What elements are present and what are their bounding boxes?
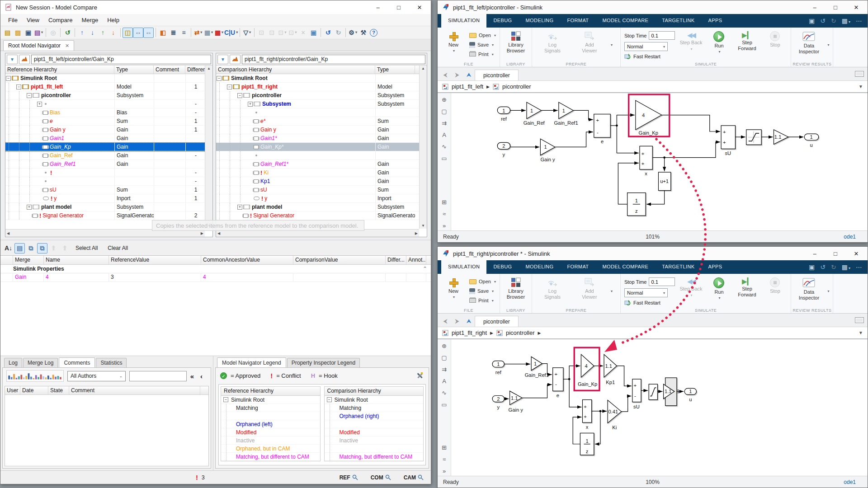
library-browser-button[interactable]: LibraryBrowser <box>504 276 528 300</box>
menu-merge[interactable]: Merge <box>77 16 102 24</box>
tree-row-spacer[interactable]: +- <box>5 100 212 108</box>
quick-redo-icon[interactable]: ↻ <box>831 263 836 271</box>
col-type[interactable]: Type <box>375 66 415 74</box>
print-button[interactable]: Print▾ <box>469 296 496 305</box>
show-all-icon[interactable]: ⧉ <box>26 243 36 253</box>
review-gallery-icon[interactable]: ▾ <box>827 289 829 293</box>
merge-all-right-icon[interactable]: ⊡▾ <box>288 28 298 38</box>
tree-row-spacer[interactable]: !- <box>5 169 212 177</box>
sim-top-titlebar[interactable]: pipt1_flt_left/picontroller - Simulink –… <box>438 0 868 14</box>
step-back-button[interactable]: ◀◀Step Back ▾ <box>679 29 703 52</box>
ribbon-tab-modeling[interactable]: MODELING <box>519 260 561 274</box>
area-tool-icon[interactable]: ▭ <box>441 155 447 161</box>
gain-kp-block[interactable] <box>636 100 662 130</box>
sample-time-tool-icon[interactable]: ⊞ <box>442 445 447 450</box>
signal-table-tool-icon[interactable]: ≈ <box>443 211 446 217</box>
accept-merge-icon[interactable]: ▣ <box>308 28 319 38</box>
tree-expander-icon[interactable]: − <box>27 93 32 98</box>
ribbon-tab-apps[interactable]: APPS <box>702 260 729 274</box>
breadcrumb-dropdown-icon[interactable]: ▼ <box>859 84 863 89</box>
tree-row-gain_kp-[interactable]: Gain_Kp*Gain <box>216 143 427 151</box>
annotation-tool-icon[interactable]: A <box>442 132 446 138</box>
report-tools-icon[interactable]: ⚒ <box>358 28 368 38</box>
quick-redo-icon[interactable]: ↻ <box>831 17 836 24</box>
tree-row-gain_kp[interactable]: Gain_KpGain <box>5 143 212 151</box>
sample-time-tool-icon[interactable]: ⊞ <box>442 199 447 205</box>
cam-highlight-button[interactable]: CAM <box>404 474 424 481</box>
collapse-group-icon[interactable]: ⌃ <box>423 266 427 272</box>
sim-top-doc-tab[interactable]: picontroller <box>475 70 519 80</box>
minimize-button[interactable]: – <box>368 0 388 14</box>
breadcrumb-subsystem[interactable]: picontroller <box>506 329 535 336</box>
back-icon[interactable]: ⮜ <box>439 316 451 327</box>
run-button[interactable]: Run▾ <box>707 29 731 54</box>
find-icon[interactable]: ◎ <box>48 28 58 38</box>
zoom-in-tool-icon[interactable]: ⊕ <box>442 343 447 349</box>
simulation-mode-select[interactable]: Normal▾ <box>624 42 668 51</box>
tree-row-signal-generator[interactable]: !Signal GeneratorSignalGenerator <box>216 211 427 220</box>
comment-timeline-widget[interactable] <box>6 370 64 382</box>
tree-row-spacer[interactable]: - <box>5 177 212 186</box>
log-signals-button[interactable]: LogSignals <box>536 276 569 300</box>
open-session-icon[interactable]: ▨ <box>13 28 23 38</box>
new-comparison-icon[interactable]: ▤ <box>2 28 13 38</box>
comp-tree-header[interactable]: Comparison HierarchyType <box>216 66 427 74</box>
discard-merge-icon[interactable]: × <box>298 28 308 38</box>
tree-expander-icon[interactable]: + <box>37 102 42 107</box>
merge-up-icon[interactable]: ⬆ <box>48 243 59 253</box>
expand-palette-icon[interactable]: » <box>443 468 446 474</box>
redo-icon[interactable]: ↻ <box>333 28 344 38</box>
ref-vertical-scrollbar[interactable]: ▲▼ <box>205 66 212 229</box>
ref-tree-header[interactable]: Reference HierarchyTypeCommentDifference… <box>5 66 212 74</box>
comp-path-field[interactable]: pipt1_flt_right/picontroller/Gain_Kp <box>242 55 425 64</box>
publish-report-icon[interactable]: ▤▾ <box>33 28 44 38</box>
filter-changes-icon[interactable]: ⇄▾ <box>193 28 203 38</box>
col-name[interactable]: Name <box>44 256 109 264</box>
merge-down-icon[interactable]: ⬆ <box>60 243 70 253</box>
ribbon-tab-targetlink[interactable]: TARGETLINK <box>655 14 701 28</box>
tree-expander-icon[interactable]: + <box>27 205 32 210</box>
fast-restart-toggle[interactable]: Fast Restart <box>624 300 675 305</box>
tree-row-gain1-[interactable]: Gain1*Gain <box>216 134 427 143</box>
tree-row-spacer[interactable] <box>216 151 427 160</box>
quick-more-icon[interactable]: ⋯ <box>856 17 862 24</box>
ribbon-tab-apps[interactable]: APPS <box>702 14 729 28</box>
mc-titlebar[interactable]: New Session - Model Compare – □ ✕ <box>0 0 431 14</box>
gain-y-block[interactable] <box>540 139 555 155</box>
help-icon[interactable]: ? <box>370 29 377 37</box>
menu-compare[interactable]: Compare <box>44 16 76 24</box>
library-browser-button[interactable]: LibraryBrowser <box>504 29 528 53</box>
col-hierarchy[interactable]: Reference Hierarchy <box>5 66 114 74</box>
group-properties-icon[interactable]: ▤ <box>14 243 25 253</box>
col-comment[interactable]: Comment <box>69 386 200 394</box>
ribbon-tab-modeling[interactable]: MODELING <box>519 14 561 28</box>
tree-row-bias[interactable]: BiasBias- <box>5 108 212 117</box>
property-cell[interactable] <box>406 273 426 282</box>
sim-bottom-canvas[interactable]: 1ref 1Gain_Ref1 +- e 2y 1.1Gain y 4Gain_… <box>451 339 868 476</box>
back-icon[interactable]: ⮜ <box>439 70 451 80</box>
property-cell[interactable]: Gain <box>13 273 44 282</box>
comment-search-input[interactable] <box>129 371 187 381</box>
tree-row-pipt1_flt_left[interactable]: −pipt1_flt_leftModel1 <box>5 83 212 91</box>
tree-row-pipt1_flt_right[interactable]: −pipt1_flt_rightModel <box>216 83 427 91</box>
prepare-gallery-icon[interactable]: ▾ <box>611 43 613 47</box>
tree-row-gain-y[interactable]: Gain yGain1 <box>5 126 212 134</box>
tree-row-plant-model[interactable]: +plant modelSubsystem <box>216 203 427 211</box>
step-forward-button[interactable]: ▶▎Step Forward <box>735 276 759 298</box>
col-state[interactable]: State <box>48 386 69 394</box>
close-button[interactable]: ✕ <box>846 0 867 14</box>
save-button[interactable]: Save▾ <box>469 41 496 49</box>
log-signals-button[interactable]: LogSignals <box>536 29 569 53</box>
tree-row-subsystem[interactable]: +SubsystemSubsystem <box>216 100 427 108</box>
ref-dropdown-button[interactable]: ▼ <box>7 55 18 64</box>
breadcrumb-model[interactable]: pipt1_flt_left <box>452 83 483 90</box>
comp-matlab-button[interactable] <box>230 55 241 64</box>
tree-row-gain_ref[interactable]: Gain_RefGain- <box>5 151 212 160</box>
col-user[interactable]: User <box>5 386 20 394</box>
ribbon-tab-format[interactable]: FORMAT <box>560 14 595 28</box>
compare-subsystems-icon[interactable]: ◧ <box>158 28 168 38</box>
tree-row-su[interactable]: sUSum <box>216 186 427 194</box>
sim-top-canvas[interactable]: 1ref 1Gain_Ref 1Gain_Ref1 +- e 2y 1Gain … <box>451 93 868 230</box>
forward-icon[interactable]: ⮞ <box>451 70 463 80</box>
previous-comment-button[interactable]: ‹ <box>200 372 203 380</box>
